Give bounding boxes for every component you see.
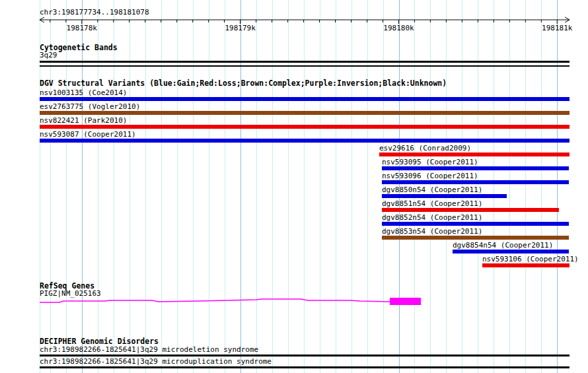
variant-bar[interactable] — [40, 125, 570, 129]
genome-browser-panel: 198178k198179k198180k198181k chr3:198177… — [0, 0, 588, 373]
variant-label: dgv8851n54 (Cooper2011) — [382, 200, 482, 207]
variant-bar[interactable] — [453, 250, 569, 254]
variant-label: dgv8852n54 (Cooper2011) — [382, 214, 482, 221]
gridline-minor — [320, 0, 320, 373]
disorder-bar[interactable] — [40, 366, 570, 368]
cytoband-bar[interactable] — [40, 61, 570, 63]
gridline-minor — [541, 0, 542, 373]
variant-bar[interactable] — [379, 153, 570, 156]
variant-bar[interactable] — [40, 97, 570, 101]
cytoband-label: 3q29 — [40, 51, 57, 59]
gridline-minor — [209, 0, 209, 373]
variant-label: nsv593106 (Cooper2011) — [482, 255, 579, 263]
variant-label: dgv8850n54 (Cooper2011) — [382, 186, 482, 193]
variant-bar[interactable] — [382, 236, 569, 240]
gridline-minor — [272, 0, 273, 373]
gene-exon-bar[interactable] — [390, 298, 421, 305]
variant-label: nsv822421 (Park2010) — [40, 117, 127, 124]
gridline-minor — [161, 0, 162, 373]
disorder-bar[interactable] — [40, 355, 570, 356]
variant-label: dgv8854n54 (Cooper2011) — [453, 242, 553, 249]
gene-label: PIGZ|NM_025163 — [40, 290, 101, 297]
gridline-minor — [351, 0, 352, 373]
gridline-minor — [509, 0, 510, 373]
gridline-major — [82, 0, 83, 373]
variant-label: nsv593095 (Cooper2011) — [382, 158, 478, 166]
gridline-minor — [98, 0, 98, 373]
gridline-minor — [288, 0, 289, 373]
variant-label: nsv593096 (Cooper2011) — [382, 172, 478, 180]
gridline-major — [240, 0, 241, 373]
gridline-major — [557, 0, 558, 373]
variant-bar[interactable] — [382, 222, 569, 226]
gridline-minor — [304, 0, 305, 373]
gridline-minor — [494, 0, 494, 373]
decipher-section-title: DECIPHER Genomic Disorders — [40, 337, 159, 345]
gridline-minor — [114, 0, 114, 373]
region-coordinates-label: chr3:198177734..198181078 — [40, 9, 149, 16]
gridline-minor — [177, 0, 178, 373]
disorder-label: chr3:198982266-1825641|3q29 microduplica… — [40, 358, 272, 365]
gene-intron-line[interactable] — [40, 299, 390, 302]
variant-label: esv2763775 (Vogler2010) — [40, 103, 140, 110]
variant-bar[interactable] — [382, 208, 559, 212]
cytoband-bar[interactable] — [40, 65, 570, 67]
gridline-minor — [193, 0, 194, 373]
gridline-minor — [225, 0, 225, 373]
gridline-minor — [256, 0, 257, 373]
disorder-label: chr3:198982266-1825641|3q29 microdeletio… — [40, 346, 258, 353]
variant-bar[interactable] — [40, 139, 570, 143]
variant-bar[interactable] — [382, 166, 569, 170]
gridline-minor — [129, 0, 130, 373]
ruler-and-gene-overlay: 198178k198179k198180k198181k — [0, 0, 588, 373]
gridline-minor — [367, 0, 368, 373]
variant-label: esv29616 (Conrad2009) — [379, 145, 471, 152]
gridline-minor — [336, 0, 336, 373]
variant-label: nsv593087 (Cooper2011) — [40, 131, 136, 138]
variant-label: dgv8853n54 (Cooper2011) — [382, 228, 482, 235]
coordinate-ruler — [40, 17, 570, 24]
variant-label: nsv1003135 (Coe2014) — [40, 89, 127, 96]
variant-bar[interactable] — [382, 194, 507, 198]
gridline-minor — [525, 0, 526, 373]
variant-bar[interactable] — [382, 180, 569, 184]
gridline-minor — [66, 0, 67, 373]
variant-bar[interactable] — [482, 263, 570, 267]
dgv-section-title: DGV Structural Variants (Blue:Gain;Red:L… — [40, 79, 447, 87]
gridline-minor — [145, 0, 146, 373]
variant-bar[interactable] — [40, 111, 570, 115]
